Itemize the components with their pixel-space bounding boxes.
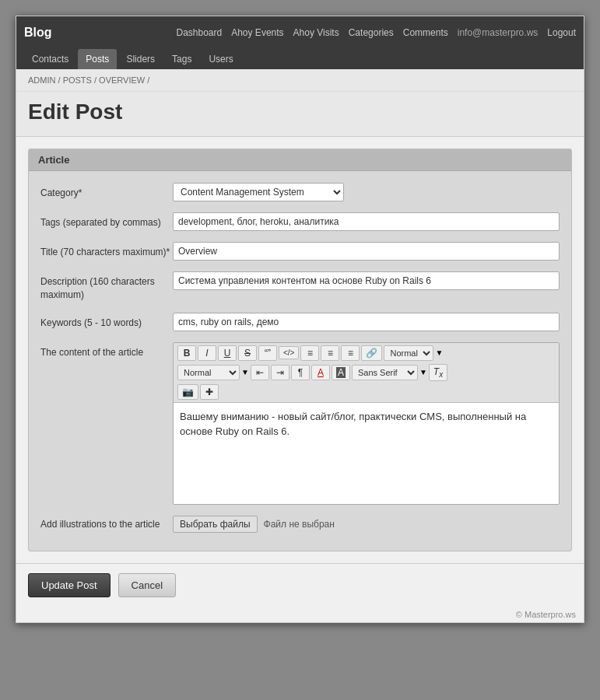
- font-bg-button[interactable]: A: [332, 365, 350, 380]
- footer: © Masterpro.ws: [16, 607, 584, 622]
- navbar-bottom: Contacts Posts Sliders Tags Users: [16, 49, 584, 69]
- toolbar-row-1: B I U S “” </> ≡ ≡ ≡ 🔗: [177, 345, 555, 361]
- content-row: The content of the article B I U S “”: [40, 342, 560, 505]
- title-label: Title (70 characters maximum)*: [40, 242, 173, 259]
- article-body: Category* Content Management System Tech…: [29, 171, 571, 551]
- tags-row: Tags (separated by commas): [40, 212, 560, 231]
- file-status: Файл не выбран: [264, 519, 335, 530]
- page-title-area: Edit Post: [16, 92, 584, 137]
- breadcrumb-overview[interactable]: OVERVIEW: [99, 75, 145, 85]
- nav-users[interactable]: Users: [201, 49, 240, 69]
- logout-button[interactable]: Logout: [547, 27, 576, 38]
- page-wrapper: Blog Dashboard Ahoy Events Ahoy Visits C…: [16, 16, 584, 623]
- nav-dashboard[interactable]: Dashboard: [176, 27, 222, 38]
- tags-control: [173, 212, 560, 231]
- keywords-control: [173, 313, 560, 331]
- nav-ahoy-visits[interactable]: Ahoy Visits: [293, 27, 339, 38]
- quote-button[interactable]: “”: [258, 345, 277, 361]
- ordered-list-button[interactable]: ≡: [300, 345, 319, 361]
- chevron-down-icon-2: ▼: [241, 368, 249, 376]
- breadcrumb-admin[interactable]: ADMIN: [28, 75, 55, 85]
- chevron-down-icon: ▼: [435, 348, 443, 357]
- description-row: Description (160 characters maximum): [40, 271, 560, 302]
- file-row: Add illustrations to the article Выбрать…: [40, 516, 560, 533]
- font-bg-icon: A: [336, 367, 346, 378]
- normal-select[interactable]: NormalParagraph: [177, 365, 240, 380]
- editor-content[interactable]: Вашему вниманию - новый сайт/блог, практ…: [174, 403, 559, 504]
- category-control: Content Management System Technology New…: [173, 183, 560, 201]
- nav-sliders[interactable]: Sliders: [118, 49, 163, 69]
- description-control: [173, 271, 560, 290]
- clear-format-button[interactable]: Tx: [429, 364, 447, 381]
- navbar: Blog Dashboard Ahoy Events Ahoy Visits C…: [16, 16, 584, 69]
- bold-button[interactable]: B: [177, 345, 196, 361]
- link-button[interactable]: 🔗: [361, 345, 382, 361]
- toolbar-row-3: 📷 ✚: [177, 384, 555, 400]
- heading-select[interactable]: NormalH1H2H3: [384, 345, 433, 361]
- align-center-button[interactable]: ⇥: [271, 365, 289, 380]
- editor-toolbar: B I U S “” </> ≡ ≡ ≡ 🔗: [174, 343, 559, 403]
- tags-input[interactable]: [173, 212, 560, 231]
- article-header: Article: [29, 149, 571, 171]
- font-color-icon: A: [318, 367, 324, 378]
- content-label: The content of the article: [40, 342, 173, 359]
- buttons-area: Update Post Cancel: [16, 563, 584, 607]
- navbar-top: Blog Dashboard Ahoy Events Ahoy Visits C…: [16, 16, 584, 49]
- title-control: [173, 242, 560, 261]
- user-email: info@masterpro.ws: [458, 27, 539, 38]
- navbar-top-links: Dashboard Ahoy Events Ahoy Visits Catego…: [176, 27, 576, 38]
- keywords-input[interactable]: [173, 313, 560, 331]
- toolbar-row-2: NormalParagraph ▼ ⇤ ⇥ ¶ A: [177, 364, 555, 381]
- breadcrumb: ADMIN / POSTS / OVERVIEW /: [16, 69, 584, 92]
- file-choose-button[interactable]: Выбрать файлы: [173, 516, 258, 533]
- nav-categories[interactable]: Categories: [349, 27, 394, 38]
- description-label: Description (160 characters maximum): [40, 271, 173, 302]
- category-row: Category* Content Management System Tech…: [40, 183, 560, 201]
- insert-image-button[interactable]: 📷: [177, 384, 198, 400]
- chevron-down-icon-3: ▼: [419, 368, 427, 376]
- nav-contacts[interactable]: Contacts: [24, 49, 76, 69]
- italic-button[interactable]: I: [198, 345, 216, 361]
- copyright: © Masterpro.ws: [516, 610, 576, 619]
- tags-label: Tags (separated by commas): [40, 212, 173, 229]
- nav-comments[interactable]: Comments: [403, 27, 448, 38]
- code-button[interactable]: </>: [279, 346, 299, 359]
- category-select[interactable]: Content Management System Technology New…: [173, 183, 344, 201]
- paragraph-button[interactable]: ¶: [291, 365, 310, 380]
- font-family-select[interactable]: Sans SerifSerifMonospace: [352, 365, 418, 380]
- align-button[interactable]: ≡: [341, 345, 360, 361]
- page-title: Edit Post: [28, 100, 572, 124]
- underline-button[interactable]: U: [218, 345, 237, 361]
- cancel-button[interactable]: Cancel: [118, 573, 176, 597]
- file-label: Add illustrations to the article: [40, 518, 173, 531]
- keywords-row: Keywords (5 - 10 words): [40, 313, 560, 331]
- insert-table-button[interactable]: ✚: [200, 384, 219, 400]
- content-control: B I U S “” </> ≡ ≡ ≡ 🔗: [173, 342, 560, 505]
- align-left-button[interactable]: ⇤: [251, 365, 269, 380]
- font-color-button[interactable]: A: [311, 365, 330, 380]
- content-area: Article Category* Content Management Sys…: [16, 137, 584, 563]
- title-input[interactable]: [173, 242, 560, 261]
- nav-tags[interactable]: Tags: [164, 49, 199, 69]
- unordered-list-button[interactable]: ≡: [321, 345, 339, 361]
- nav-ahoy-events[interactable]: Ahoy Events: [231, 27, 283, 38]
- category-label: Category*: [40, 183, 173, 200]
- breadcrumb-posts[interactable]: POSTS: [63, 75, 92, 85]
- description-input[interactable]: [173, 271, 560, 290]
- nav-posts[interactable]: Posts: [78, 49, 117, 69]
- update-post-button[interactable]: Update Post: [28, 573, 111, 597]
- title-row: Title (70 characters maximum)*: [40, 242, 560, 261]
- strike-button[interactable]: S: [238, 345, 257, 361]
- editor-container: B I U S “” </> ≡ ≡ ≡ 🔗: [173, 342, 560, 505]
- article-section: Article Category* Content Management Sys…: [28, 149, 572, 551]
- keywords-label: Keywords (5 - 10 words): [40, 313, 173, 330]
- navbar-brand: Blog: [24, 19, 52, 46]
